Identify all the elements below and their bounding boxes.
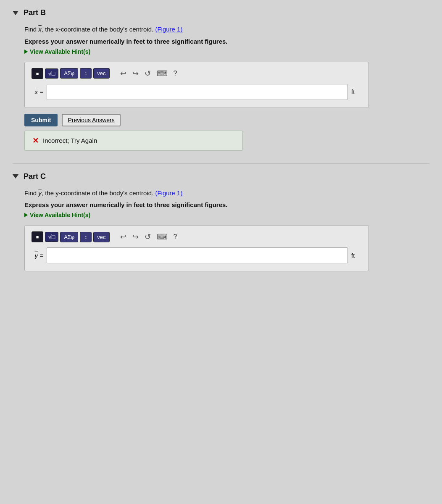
part-b-q-var: x [38,26,42,33]
part-b-chevron-icon[interactable] [13,11,18,15]
section-divider [13,163,429,164]
part-b-instruction: Express your answer numerically in feet … [24,38,429,45]
toolbar-c-refresh-btn[interactable]: ↺ [142,231,153,242]
part-c-var-y: y [35,252,38,259]
part-c-question: Find y, the y-coordinate of the body's c… [24,189,429,198]
toolbar-c-keyboard-btn[interactable]: ⌨ [155,231,170,242]
part-b-q-suffix: , the x-coordinate of the body's centroi… [42,26,153,33]
part-b-answer-input[interactable] [47,84,348,100]
part-b-toolbar: ■ √□ ΑΣφ ↕ vec ↩ ↪ ↺ ⌨ ? [32,68,362,79]
part-c-q-var: y [38,189,42,197]
part-c-answer-box: ■ √□ ΑΣφ ↕ vec ↩ ↪ ↺ ⌨ ? y = [24,225,369,271]
hint-b-arrow-icon [24,50,28,54]
toolbar-b-undo-btn[interactable]: ↩ [118,68,129,79]
part-c-answer-input[interactable] [47,247,348,263]
part-b-action-row: Submit Previous Answers [24,114,369,126]
part-b-header: Part B [13,8,429,17]
part-c-unit: ft [351,252,362,259]
toolbar-c-arrows-btn[interactable]: ↕ [80,232,92,242]
toolbar-c-square-btn[interactable]: ■ [32,231,43,242]
toolbar-b-square-btn[interactable]: ■ [32,68,43,79]
part-c-q-prefix: Find [24,189,38,197]
part-b-hint-label: View Available Hint(s) [30,48,90,55]
part-b-hint-toggle[interactable]: View Available Hint(s) [24,48,429,55]
part-b-answer-box: ■ √□ ΑΣφ ↕ vec ↩ ↪ ↺ ⌨ ? x = [24,62,369,108]
part-b-incorrect-box: ✕ Incorrect; Try Again [24,131,243,151]
part-c-hint-label: View Available Hint(s) [30,212,90,218]
toolbar-c-help-btn[interactable]: ? [171,232,179,242]
part-b-incorrect-text: Incorrect; Try Again [43,137,97,144]
toolbar-b-arrows-btn[interactable]: ↕ [80,68,92,79]
page-wrapper: Part B Find x, the x-coordinate of the b… [0,0,442,504]
part-b-submit-button[interactable]: Submit [24,114,58,126]
toolbar-c-redo-btn[interactable]: ↪ [130,231,141,242]
part-b-question: Find x, the x-coordinate of the body's c… [24,25,429,34]
incorrect-x-icon: ✕ [32,136,39,145]
part-c-instruction: Express your answer numerically in feet … [24,201,429,208]
part-b-content: Find x, the x-coordinate of the body's c… [24,25,429,151]
toolbar-c-vec-btn[interactable]: vec [93,232,109,242]
part-b-q-prefix: Find [24,26,38,33]
part-b-input-row: x = ft [32,84,362,100]
toolbar-c-root-label: √□ [48,234,55,240]
toolbar-b-root-btn[interactable]: √□ [45,68,58,79]
part-c-hint-toggle[interactable]: View Available Hint(s) [24,212,429,218]
toolbar-b-vec-btn[interactable]: vec [93,68,109,79]
toolbar-c-root-btn[interactable]: √□ [45,232,58,242]
part-b-section: Part B Find x, the x-coordinate of the b… [13,8,429,151]
part-c-header: Part C [13,172,429,181]
toolbar-b-redo-btn[interactable]: ↪ [130,68,141,79]
part-b-unit: ft [351,88,362,95]
part-c-chevron-icon[interactable] [13,174,18,178]
part-b-prev-answers-button[interactable]: Previous Answers [62,114,120,126]
part-c-content: Find y, the y-coordinate of the body's c… [24,189,429,272]
part-b-figure-link[interactable]: (Figure 1) [155,26,182,33]
part-c-title: Part C [24,172,46,181]
toolbar-b-help-btn[interactable]: ? [171,69,179,78]
toolbar-b-keyboard-btn[interactable]: ⌨ [155,68,170,79]
part-c-q-suffix: , the y-coordinate of the body's centroi… [42,189,153,197]
part-b-var-label: x = [32,88,43,95]
toolbar-c-symbol-btn[interactable]: ΑΣφ [60,232,78,242]
part-b-title: Part B [24,8,46,17]
hint-c-arrow-icon [24,213,28,217]
part-c-section: Part C Find y, the y-coordinate of the b… [13,172,429,272]
toolbar-c-undo-btn[interactable]: ↩ [118,231,129,242]
part-c-var-label: y = [32,252,43,259]
toolbar-b-symbol-btn[interactable]: ΑΣφ [60,68,78,79]
part-c-figure-link[interactable]: (Figure 1) [155,189,182,197]
part-c-input-row: y = ft [32,247,362,263]
toolbar-b-root-label: √□ [48,70,55,77]
toolbar-b-refresh-btn[interactable]: ↺ [142,68,153,79]
part-b-var-x: x [35,88,38,95]
part-c-toolbar: ■ √□ ΑΣφ ↕ vec ↩ ↪ ↺ ⌨ ? [32,231,362,242]
